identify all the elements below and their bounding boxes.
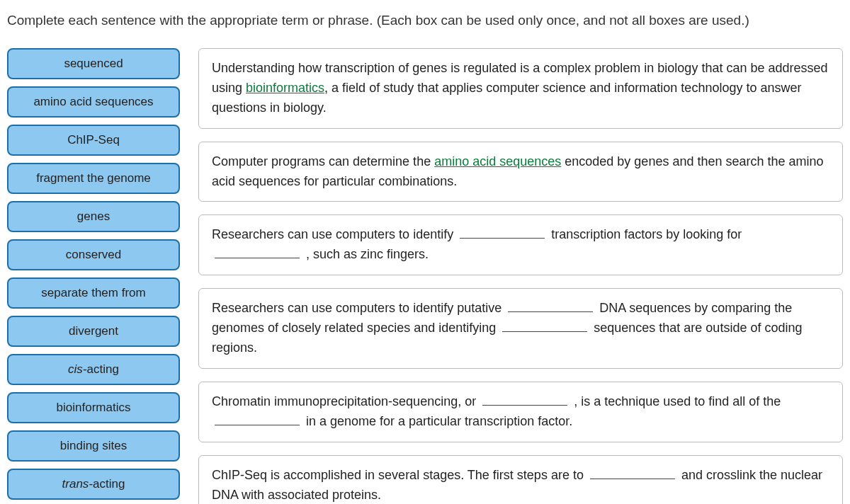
sentence-3-part3: , such as zinc fingers. [302,247,429,261]
sentences-column: Understanding how transcription of genes… [198,48,843,504]
sentence-4-blank2[interactable] [502,319,587,332]
sentence-5-part3: in a genome for a particular transcripti… [302,414,572,428]
sentence-5-blank2[interactable] [215,413,300,425]
sentence-2[interactable]: Computer programs can determine the amin… [198,142,843,202]
sentence-6[interactable]: ChIP-Seq is accomplished in several stag… [198,455,843,504]
sentence-3-part2: transcription factors by looking for [548,227,742,241]
sentence-6-blank1[interactable] [590,466,675,479]
sentence-4-blank1[interactable] [508,299,593,312]
sentence-1[interactable]: Understanding how transcription of genes… [198,48,843,129]
sentence-2-part1: Computer programs can determine the [212,154,434,168]
sentence-5-blank1[interactable] [482,393,567,406]
term-bioinformatics[interactable]: bioinformatics [7,392,180,423]
sentence-1-answer[interactable]: bioinformatics [246,81,324,95]
term-sequenced[interactable]: sequenced [7,48,180,79]
sentence-6-part1: ChIP-Seq is accomplished in several stag… [212,468,587,482]
term-divergent[interactable]: divergent [7,316,180,347]
term-amino-acid-sequences[interactable]: amino acid sequences [7,86,180,118]
term-chip-seq[interactable]: ChIP-Seq [7,125,180,156]
term-conserved[interactable]: conserved [7,239,180,270]
term-trans-acting[interactable]: trans-acting [7,469,180,500]
sentence-5-part2: , is a technique used to find all of the [570,394,781,408]
sentence-4-part1: Researchers can use computers to identif… [212,301,505,315]
sentence-3-part1: Researchers can use computers to identif… [212,227,457,241]
sentence-4[interactable]: Researchers can use computers to identif… [198,288,843,369]
instructions-text: Complete each sentence with the appropri… [7,13,843,28]
sentence-5[interactable]: Chromatin immunoprecipitation-sequencing… [198,382,843,442]
term-binding-sites[interactable]: binding sites [7,430,180,462]
sentence-2-answer[interactable]: amino acid sequences [434,154,561,168]
term-separate-them-from[interactable]: separate them from [7,277,180,309]
term-genes[interactable]: genes [7,201,180,232]
terms-column: sequenced amino acid sequences ChIP-Seq … [7,48,180,504]
sentence-5-part1: Chromatin immunoprecipitation-sequencing… [212,394,480,408]
sentence-3[interactable]: Researchers can use computers to identif… [198,214,843,275]
term-fragment-the-genome[interactable]: fragment the genome [7,163,180,194]
term-cis-acting[interactable]: cis-acting [7,354,180,385]
sentence-3-blank1[interactable] [460,226,545,239]
sentence-3-blank2[interactable] [215,246,300,258]
main-container: sequenced amino acid sequences ChIP-Seq … [7,48,843,504]
